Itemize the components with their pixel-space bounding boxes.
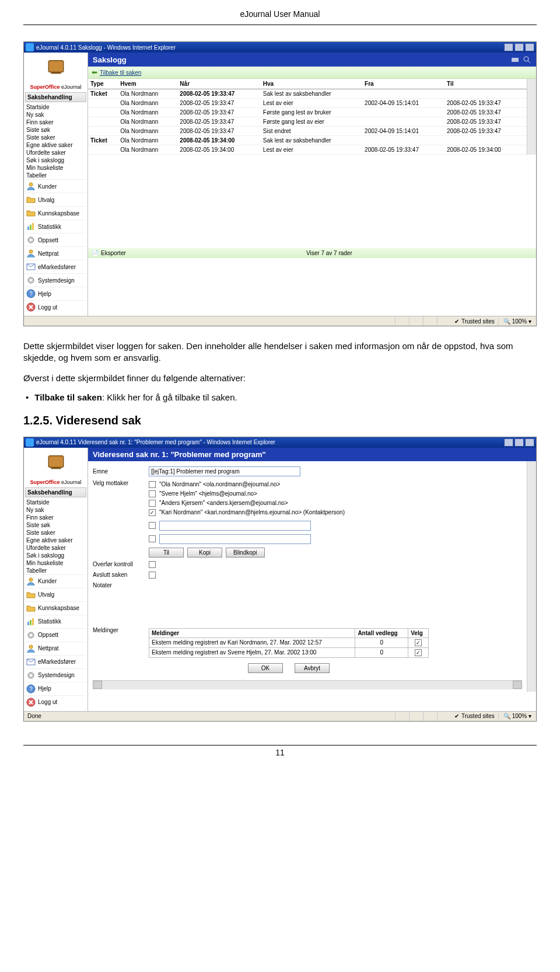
sidebar-item-label: Statistikk [38, 618, 61, 625]
column-header[interactable]: Type [88, 79, 118, 89]
table-row[interactable]: Ola Nordmann2008-02-05 19:33:47Lest av e… [88, 99, 527, 108]
export-link[interactable]: 📄 Eksporter [92, 250, 126, 256]
column-header: Meldinger [149, 628, 355, 637]
sidebar-item[interactable]: Siste søk [25, 126, 86, 134]
sidebar-item[interactable]: Kunder [25, 179, 86, 193]
sidebar-item[interactable]: Logg ut [25, 300, 86, 313]
scrollbar-horizontal[interactable] [93, 680, 522, 689]
subject-input[interactable] [149, 466, 300, 476]
table-row[interactable]: Ola Nordmann2008-02-05 19:33:47Første ga… [88, 117, 527, 127]
transfer-control-checkbox[interactable] [149, 561, 156, 568]
back-to-case-link[interactable]: Tilbake til saken [100, 69, 141, 76]
column-header[interactable]: Hvem [118, 79, 177, 89]
sidebar-item[interactable]: Tabeller [25, 567, 86, 574]
sidebar-item[interactable]: Tabeller [25, 172, 86, 179]
column-header[interactable]: Fra [362, 79, 444, 89]
svg-point-20 [29, 578, 33, 581]
recipient-checkbox[interactable] [149, 481, 156, 488]
sidebar-item[interactable]: Egne aktive saker [25, 536, 86, 544]
zoom-level[interactable]: 🔍 100% ▾ [498, 318, 536, 325]
sidebar-item[interactable]: Kunnskapsbase [25, 206, 86, 220]
sidebar-item[interactable]: Min huskeliste [25, 559, 86, 567]
sidebar-item[interactable]: eMarkedsfører [25, 655, 86, 668]
maximize-button[interactable] [514, 438, 524, 447]
search-icon[interactable] [522, 55, 531, 64]
extra-checkbox-1[interactable] [149, 522, 156, 529]
column-header[interactable]: Når [177, 79, 260, 89]
sidebar-item[interactable]: Siste saker [25, 529, 86, 536]
sidebar-item[interactable]: Nettprat [25, 246, 86, 260]
print-icon[interactable] [510, 55, 520, 64]
sidebar-item[interactable]: Logg ut [25, 695, 86, 709]
sidebar-item[interactable]: Egne aktive saker [25, 141, 86, 149]
close-button[interactable] [525, 43, 534, 51]
sidebar-item[interactable]: Ny sak [25, 111, 86, 119]
sidebar-item[interactable]: Utvalg [25, 193, 86, 206]
column-header[interactable]: Hva [261, 79, 362, 89]
sidebar-item[interactable]: Søk i sakslogg [25, 552, 86, 559]
sidebar-item[interactable]: Systemdesign [25, 273, 86, 287]
recipient-checkbox[interactable] [149, 490, 156, 497]
zoom-level[interactable]: 🔍 100% ▾ [498, 713, 536, 719]
sidebar-item[interactable]: Ufordelte saker [25, 149, 86, 156]
sidebar-section-saksbehandling[interactable]: Saksbehandling [25, 92, 86, 102]
sidebar-item[interactable]: Oppsett [25, 628, 86, 642]
sidebar-item[interactable]: Kunder [25, 574, 86, 588]
messages-table: MeldingerAntall vedleggVelg Ekstern meld… [149, 628, 429, 658]
close-case-checkbox[interactable] [149, 572, 156, 579]
column-header[interactable]: Til [444, 79, 527, 89]
scrollbar-vertical[interactable] [527, 461, 536, 692]
recipient-checkbox[interactable] [149, 500, 156, 507]
minimize-button[interactable] [504, 43, 513, 51]
table-row[interactable]: Ola Nordmann2008-02-05 19:34:00Lest av e… [88, 145, 527, 155]
sidebar-item[interactable]: ?Hjelp [25, 682, 86, 695]
sidebar-item[interactable]: Utvalg [25, 588, 86, 601]
table-row[interactable]: TicketOla Nordmann2008-02-05 19:33:47Sak… [88, 89, 527, 99]
table-row[interactable]: Ola Nordmann2008-02-05 19:33:47Første ga… [88, 108, 527, 117]
to-button[interactable]: Til [149, 548, 184, 558]
sidebar-item[interactable]: ?Hjelp [25, 287, 86, 300]
sidebar-item[interactable]: Siste saker [25, 134, 86, 141]
sidebar-item[interactable]: Søk i sakslogg [25, 156, 86, 164]
table-row[interactable]: TicketOla Nordmann2008-02-05 19:34:00Sak… [88, 136, 527, 145]
sidebar-item[interactable]: Siste søk [25, 521, 86, 529]
extra-recipient-input-1[interactable] [159, 521, 311, 531]
maximize-button[interactable] [514, 43, 524, 51]
sidebar-item[interactable]: Statistikk [25, 615, 86, 628]
sidebar-item[interactable]: Startside [25, 103, 86, 111]
sidebar-section-saksbehandling[interactable]: Saksbehandling [25, 487, 86, 497]
select-message-checkbox[interactable] [415, 649, 422, 656]
extra-recipient-input-2[interactable] [159, 534, 311, 544]
bcc-button[interactable]: Blindkopi [226, 548, 265, 558]
copy-button[interactable]: Kopi [187, 548, 222, 558]
sidebar-item[interactable]: eMarkedsfører [25, 260, 86, 273]
sidebar-item[interactable]: Kunnskapsbase [25, 601, 86, 615]
sidebar-item[interactable]: Nettprat [25, 642, 86, 655]
sidebar-item[interactable]: Statistikk [25, 220, 86, 233]
cancel-button[interactable]: Avbryt [295, 663, 330, 673]
sidebar-item[interactable]: Ny sak [25, 506, 86, 514]
svg-point-29 [30, 674, 32, 677]
scrollbar-vertical[interactable] [527, 79, 536, 155]
sidebar-item[interactable]: Finn saker [25, 119, 86, 126]
select-message-checkbox[interactable] [415, 639, 422, 646]
sidebar-item[interactable]: Oppsett [25, 233, 86, 246]
table-cell: Sak lest av saksbehandler [261, 89, 362, 99]
sidebar-item[interactable]: Systemdesign [25, 668, 86, 682]
sidebar-item[interactable]: Ufordelte saker [25, 544, 86, 552]
sidebar-item[interactable]: Finn saker [25, 514, 86, 521]
recipient-name: "Anders Kjersem" <anders.kjersem@ejourna… [159, 500, 288, 506]
sidebar-item-label: Utvalg [38, 197, 54, 203]
table-cell: Første gang lest av bruker [261, 108, 362, 117]
sidebar-item[interactable]: Startside [25, 499, 86, 506]
ok-button[interactable]: OK [248, 663, 283, 673]
table-cell: 2002-04-09 15:14:01 [362, 99, 444, 108]
minimize-button[interactable] [504, 438, 513, 447]
recipient-checkbox[interactable] [149, 509, 156, 516]
sidebar-item[interactable]: Min huskeliste [25, 164, 86, 172]
table-row[interactable]: Ola Nordmann2008-02-05 19:33:47Sist endr… [88, 127, 527, 136]
extra-checkbox-2[interactable] [149, 535, 156, 542]
close-button[interactable] [525, 438, 534, 447]
table-cell: Ticket [88, 89, 118, 99]
messages-label: Meldinger [93, 627, 145, 633]
